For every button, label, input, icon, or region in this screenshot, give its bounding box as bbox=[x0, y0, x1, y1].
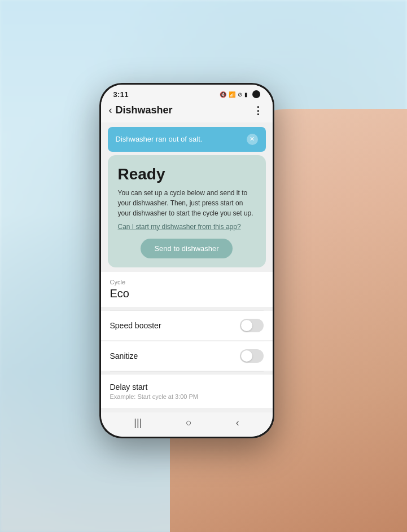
top-bar: ‹ Dishwasher ⋮ bbox=[101, 101, 273, 122]
bottom-nav: ||| ○ ‹ bbox=[101, 412, 273, 437]
nav-recents-icon[interactable]: ||| bbox=[134, 417, 142, 429]
nav-back-icon[interactable]: ‹ bbox=[236, 417, 239, 429]
more-menu-button[interactable]: ⋮ bbox=[253, 104, 264, 117]
phone-frame: 3:11 🔇 📶 ⊘ ▮ ‹ Dishwasher ⋮ bbox=[99, 83, 274, 438]
cycle-setting[interactable]: Cycle Eco bbox=[101, 272, 273, 307]
phone-device: 3:11 🔇 📶 ⊘ ▮ ‹ Dishwasher ⋮ bbox=[99, 83, 274, 438]
speed-booster-toggle[interactable] bbox=[240, 319, 264, 332]
sanitize-toggle[interactable] bbox=[240, 349, 264, 363]
nav-home-icon[interactable]: ○ bbox=[186, 417, 192, 429]
status-time: 3:11 bbox=[113, 90, 129, 99]
mute-icon: 🔇 bbox=[220, 91, 226, 98]
speed-booster-label: Speed booster bbox=[110, 321, 161, 330]
toggle-knob-2 bbox=[241, 350, 252, 362]
send-to-dishwasher-button[interactable]: Send to dishwasher bbox=[141, 239, 232, 258]
cycle-value: Eco bbox=[110, 287, 264, 300]
speed-booster-row: Speed booster bbox=[101, 311, 273, 340]
status-icons: 🔇 📶 ⊘ ▮ bbox=[220, 90, 260, 98]
status-bar: 3:11 🔇 📶 ⊘ ▮ bbox=[101, 85, 273, 101]
sanitize-row: Sanitize bbox=[101, 341, 273, 371]
top-bar-left: ‹ Dishwasher bbox=[109, 104, 173, 116]
ready-link[interactable]: Can I start my dishwasher from this app? bbox=[118, 223, 256, 231]
alert-close-button[interactable]: ✕ bbox=[247, 134, 258, 145]
close-icon: ✕ bbox=[250, 135, 255, 143]
alert-message: Dishwasher ran out of salt. bbox=[116, 135, 242, 143]
toggle-knob-1 bbox=[241, 320, 252, 331]
delay-start-row[interactable]: Delay start Example: Start cycle at 3:00… bbox=[101, 375, 273, 408]
separator-3 bbox=[110, 371, 264, 372]
ready-description: You can set up a cycle below and send it… bbox=[118, 188, 256, 218]
ready-card: Ready You can set up a cycle below and s… bbox=[108, 155, 266, 267]
battery-icon: ▮ bbox=[244, 91, 248, 98]
alert-banner: Dishwasher ran out of salt. ✕ bbox=[108, 127, 266, 152]
cycle-label: Cycle bbox=[110, 279, 264, 285]
scroll-content: Dishwasher ran out of salt. ✕ Ready You … bbox=[101, 122, 273, 412]
location-icon: ⊘ bbox=[238, 91, 242, 98]
ready-status: Ready bbox=[118, 165, 256, 183]
back-button[interactable]: ‹ bbox=[109, 104, 112, 116]
phone-screen: 3:11 🔇 📶 ⊘ ▮ ‹ Dishwasher ⋮ bbox=[101, 85, 273, 437]
page-title: Dishwasher bbox=[116, 104, 173, 116]
delay-start-hint: Example: Start cycle at 3:00 PM bbox=[110, 393, 264, 400]
wifi-icon: 📶 bbox=[229, 91, 235, 98]
camera-dot bbox=[252, 90, 260, 98]
delay-start-label: Delay start bbox=[110, 382, 264, 392]
sanitize-label: Sanitize bbox=[110, 351, 138, 360]
